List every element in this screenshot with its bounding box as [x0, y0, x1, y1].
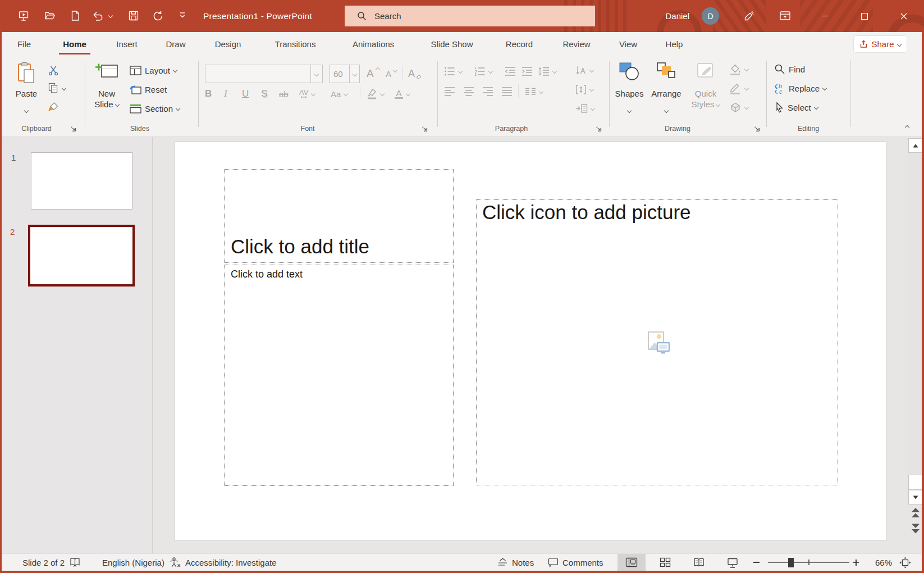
- change-case-button[interactable]: Aa: [331, 85, 347, 102]
- decrease-indent-button[interactable]: [505, 63, 516, 80]
- increase-font-size-button[interactable]: A: [367, 65, 379, 82]
- whats-new-megaphone-icon[interactable]: [743, 10, 756, 22]
- paragraph-dialog-launcher[interactable]: [596, 126, 602, 132]
- strikethrough-button[interactable]: ab: [279, 85, 289, 102]
- fit-slide-to-window-button[interactable]: [899, 554, 911, 571]
- justify-button[interactable]: [501, 83, 513, 100]
- slide-2-thumbnail-selected[interactable]: [28, 225, 135, 286]
- font-dialog-launcher[interactable]: [422, 126, 428, 132]
- italic-button[interactable]: I: [224, 85, 227, 102]
- shape-outline-button[interactable]: [729, 80, 748, 97]
- start-slideshow-icon[interactable]: [18, 10, 29, 21]
- scrollbar-thumb[interactable]: [908, 475, 923, 490]
- section-button[interactable]: Section: [130, 100, 180, 117]
- slide-indicator[interactable]: Slide 2 of 2: [22, 554, 65, 571]
- view-normal-button[interactable]: [617, 554, 646, 571]
- drawing-dialog-launcher[interactable]: [754, 126, 760, 132]
- user-name[interactable]: Daniel: [640, 0, 689, 32]
- new-slide-button[interactable]: New Slide: [89, 60, 124, 121]
- scrollbar-up-button[interactable]: [908, 138, 923, 153]
- maximize-button[interactable]: [848, 0, 881, 32]
- arrange-button[interactable]: Arrange: [649, 60, 683, 121]
- convert-to-smartart-button[interactable]: [575, 100, 594, 117]
- repeat-icon[interactable]: [152, 10, 164, 22]
- reset-button[interactable]: Reset: [130, 81, 167, 98]
- character-spacing-button[interactable]: AV: [299, 85, 315, 102]
- shape-effects-button[interactable]: [729, 99, 748, 116]
- comments-button[interactable]: Comments: [548, 554, 603, 571]
- text-placeholder[interactable]: Click to add text: [224, 265, 454, 486]
- increase-indent-button[interactable]: [522, 63, 533, 80]
- accessibility-checker[interactable]: Accessibility: Investigate: [170, 554, 277, 571]
- insert-picture-icon[interactable]: [644, 331, 670, 354]
- zoom-in-button[interactable]: [853, 554, 859, 571]
- slide[interactable]: Click to add title Click to add text Cli…: [175, 142, 886, 541]
- text-shadow-button[interactable]: S: [261, 85, 267, 102]
- collapse-ribbon-chevron-icon[interactable]: [905, 125, 909, 130]
- undo-icon[interactable]: [92, 10, 104, 22]
- scrollbar-track[interactable]: [908, 153, 923, 475]
- clipboard-dialog-launcher[interactable]: [70, 126, 76, 132]
- shapes-button[interactable]: Shapes: [614, 60, 645, 121]
- tab-view[interactable]: View: [615, 32, 642, 56]
- bullets-button[interactable]: [444, 63, 462, 80]
- tab-file[interactable]: File: [12, 32, 36, 56]
- paste-button[interactable]: Paste: [11, 60, 42, 121]
- undo-dropdown-chevron-icon[interactable]: [108, 13, 113, 18]
- slide-1-thumbnail[interactable]: [31, 152, 132, 210]
- share-button[interactable]: Share: [854, 36, 907, 52]
- tab-transitions[interactable]: Transitions: [270, 32, 321, 56]
- tab-review[interactable]: Review: [559, 32, 594, 56]
- bold-button[interactable]: B: [205, 85, 212, 102]
- text-direction-button[interactable]: [575, 62, 593, 79]
- layout-button[interactable]: Layout: [130, 62, 177, 79]
- underline-button[interactable]: U: [242, 85, 249, 102]
- cut-button[interactable]: [48, 62, 59, 79]
- tab-record[interactable]: Record: [501, 32, 538, 56]
- next-slide-button[interactable]: [909, 522, 922, 535]
- customize-quick-access-toolbar-icon[interactable]: [179, 11, 186, 19]
- tab-insert[interactable]: Insert: [110, 32, 144, 56]
- tab-help[interactable]: Help: [661, 32, 688, 56]
- view-reading-button[interactable]: [685, 554, 713, 571]
- zoom-out-button[interactable]: [753, 554, 760, 571]
- tab-slide-show[interactable]: Slide Show: [426, 32, 478, 56]
- copy-button[interactable]: [48, 80, 66, 97]
- view-slide-show-button[interactable]: [719, 554, 747, 571]
- zoom-level[interactable]: 66%: [867, 554, 892, 571]
- line-spacing-button[interactable]: [538, 63, 556, 80]
- font-name-combobox[interactable]: [205, 65, 323, 83]
- previous-slide-button[interactable]: [909, 507, 922, 519]
- quick-styles-button[interactable]: Quick Styles: [688, 60, 724, 121]
- minimize-button[interactable]: [809, 0, 841, 32]
- tab-animations[interactable]: Animations: [346, 32, 400, 56]
- spell-check-button[interactable]: [70, 554, 80, 571]
- columns-button[interactable]: [525, 83, 543, 100]
- zoom-slider-thumb[interactable]: [788, 558, 794, 567]
- tab-home[interactable]: Home: [58, 32, 92, 56]
- replace-button[interactable]: b c Replace: [773, 80, 826, 97]
- select-button[interactable]: Select: [774, 99, 818, 116]
- align-left-button[interactable]: [444, 83, 455, 100]
- search-input[interactable]: Search: [345, 6, 595, 26]
- scrollbar-down-button[interactable]: [908, 490, 923, 504]
- align-center-button[interactable]: [463, 83, 474, 100]
- notes-button[interactable]: Notes: [497, 554, 534, 571]
- save-icon[interactable]: [128, 10, 139, 21]
- align-text-button[interactable]: [575, 81, 593, 98]
- tab-draw[interactable]: Draw: [161, 32, 190, 56]
- align-right-button[interactable]: [482, 83, 493, 100]
- decrease-font-size-button[interactable]: A: [386, 65, 397, 82]
- title-placeholder[interactable]: Click to add title: [224, 169, 454, 263]
- open-file-icon[interactable]: [44, 10, 56, 21]
- ribbon-display-options-icon[interactable]: [779, 10, 791, 21]
- new-file-icon[interactable]: [70, 10, 81, 21]
- clear-formatting-button[interactable]: A: [408, 65, 422, 82]
- language-indicator[interactable]: English (Nigeria): [102, 554, 164, 571]
- format-painter-button[interactable]: [48, 99, 59, 116]
- numbering-button[interactable]: [474, 63, 492, 80]
- tab-design[interactable]: Design: [211, 32, 245, 56]
- find-button[interactable]: Find: [774, 61, 805, 78]
- text-highlight-button[interactable]: [367, 85, 384, 102]
- font-size-combobox[interactable]: 60: [330, 65, 360, 83]
